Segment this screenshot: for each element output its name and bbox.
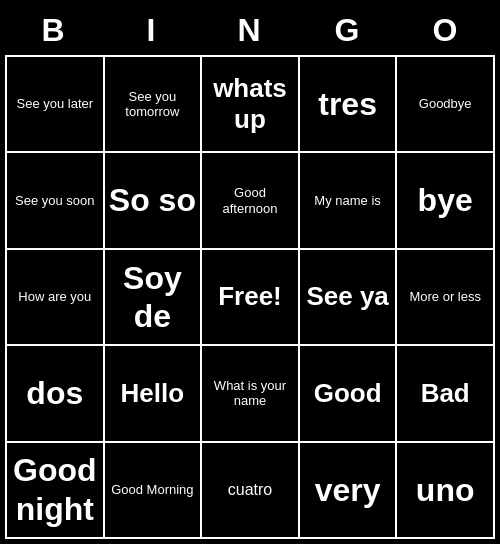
cell-text: See you soon: [15, 193, 95, 209]
bingo-cell[interactable]: More or less: [397, 250, 495, 346]
cell-text: So so: [109, 181, 196, 219]
bingo-card: BINGO See you laterSee you tomorrowwhats…: [5, 5, 495, 539]
header-letter: B: [5, 5, 103, 55]
bingo-cell[interactable]: dos: [7, 346, 105, 442]
bingo-cell[interactable]: My name is: [300, 153, 398, 249]
bingo-cell[interactable]: See you later: [7, 57, 105, 153]
cell-text: See ya: [306, 281, 388, 312]
cell-text: cuatro: [228, 480, 272, 499]
bingo-cell[interactable]: Free!: [202, 250, 300, 346]
cell-text: Good: [314, 378, 382, 409]
cell-text: Soy de: [109, 259, 197, 336]
bingo-cell[interactable]: Good night: [7, 443, 105, 539]
bingo-cell[interactable]: Hello: [105, 346, 203, 442]
bingo-cell[interactable]: Good afternoon: [202, 153, 300, 249]
cell-text: Bad: [421, 378, 470, 409]
bingo-cell[interactable]: whats up: [202, 57, 300, 153]
cell-text: Good Morning: [111, 482, 193, 498]
header-letter: N: [201, 5, 299, 55]
cell-text: very: [315, 471, 381, 509]
bingo-cell[interactable]: uno: [397, 443, 495, 539]
bingo-cell[interactable]: tres: [300, 57, 398, 153]
cell-text: whats up: [206, 73, 294, 135]
bingo-cell[interactable]: Goodbye: [397, 57, 495, 153]
header-letter: I: [103, 5, 201, 55]
cell-text: dos: [26, 374, 83, 412]
cell-text: Good afternoon: [206, 185, 294, 216]
cell-text: Good night: [11, 451, 99, 528]
cell-text: Goodbye: [419, 96, 472, 112]
bingo-cell[interactable]: Good: [300, 346, 398, 442]
cell-text: More or less: [409, 289, 481, 305]
bingo-cell[interactable]: Soy de: [105, 250, 203, 346]
bingo-cell[interactable]: See you tomorrow: [105, 57, 203, 153]
cell-text: How are you: [18, 289, 91, 305]
cell-text: uno: [416, 471, 475, 509]
cell-text: bye: [418, 181, 473, 219]
bingo-cell[interactable]: cuatro: [202, 443, 300, 539]
header-letter: G: [299, 5, 397, 55]
bingo-cell[interactable]: See ya: [300, 250, 398, 346]
cell-text: tres: [318, 85, 377, 123]
cell-text: Hello: [121, 378, 185, 409]
bingo-cell[interactable]: So so: [105, 153, 203, 249]
header-letter: O: [397, 5, 495, 55]
cell-text: What is your name: [206, 378, 294, 409]
bingo-cell[interactable]: See you soon: [7, 153, 105, 249]
cell-text: My name is: [314, 193, 380, 209]
bingo-cell[interactable]: bye: [397, 153, 495, 249]
cell-text: See you later: [16, 96, 93, 112]
cell-text: See you tomorrow: [109, 89, 197, 120]
bingo-cell[interactable]: How are you: [7, 250, 105, 346]
bingo-header: BINGO: [5, 5, 495, 55]
bingo-cell[interactable]: Good Morning: [105, 443, 203, 539]
bingo-cell[interactable]: Bad: [397, 346, 495, 442]
bingo-cell[interactable]: What is your name: [202, 346, 300, 442]
bingo-cell[interactable]: very: [300, 443, 398, 539]
bingo-grid: See you laterSee you tomorrowwhats uptre…: [5, 55, 495, 539]
cell-text: Free!: [218, 281, 282, 312]
